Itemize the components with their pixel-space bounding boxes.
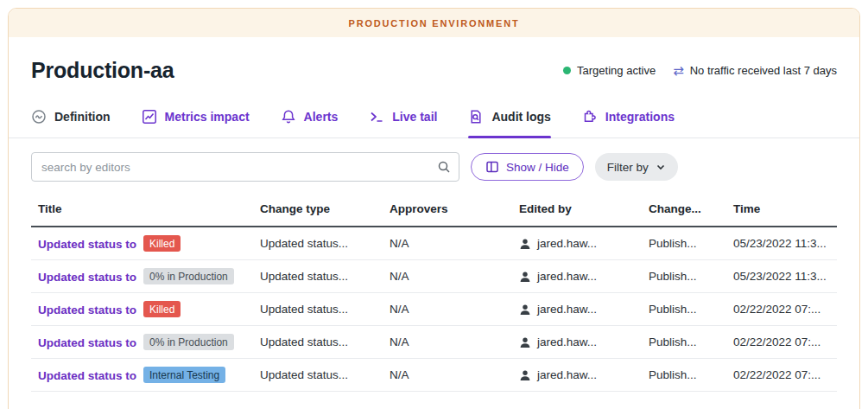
person-icon: [519, 238, 531, 250]
tab-label: Live tail: [392, 110, 437, 124]
row-title-link[interactable]: Updated status to: [38, 369, 136, 382]
audit-log-table-wrap: Title Change type Approvers Edited by Ch…: [9, 195, 859, 392]
show-hide-label: Show / Hide: [506, 161, 569, 174]
column-header-approvers: Approvers: [383, 195, 512, 227]
change-type-cell: Updated status...: [253, 260, 383, 293]
table-header-row: Title Change type Approvers Edited by Ch…: [31, 195, 837, 227]
approvers-cell: N/A: [383, 227, 512, 260]
chevron-down-icon: [656, 162, 666, 172]
filter-by-label: Filter by: [607, 161, 649, 174]
search-input[interactable]: [31, 152, 459, 182]
filter-by-button[interactable]: Filter by: [595, 153, 678, 181]
change-type-cell: Updated status...: [253, 293, 383, 326]
row-title-link[interactable]: Updated status to: [38, 336, 136, 349]
change-cell: Publish...: [642, 227, 726, 260]
edited-by-cell: jared.haw...: [519, 237, 635, 250]
person-icon: [519, 336, 531, 348]
status-indicators: Targeting active ⇄ No traffic received l…: [563, 64, 837, 77]
audit-log-table: Title Change type Approvers Edited by Ch…: [31, 195, 837, 392]
table-row[interactable]: Updated status to0% in Production Update…: [31, 326, 837, 359]
tab-audit-logs[interactable]: Audit logs: [468, 109, 550, 137]
edited-by-cell: jared.haw...: [519, 336, 635, 348]
status-badge: Killed: [143, 235, 181, 252]
edited-by-name: jared.haw...: [537, 270, 597, 283]
page-title: Production-aa: [31, 58, 174, 83]
metrics-impact-icon: [142, 109, 157, 125]
targeting-status-label: Targeting active: [577, 64, 656, 77]
traffic-status-label: No traffic received last 7 days: [690, 64, 837, 77]
audit-logs-icon: [468, 109, 484, 125]
environment-banner: PRODUCTION ENVIRONMENT: [9, 9, 859, 37]
approvers-cell: N/A: [383, 326, 512, 359]
column-header-time: Time: [726, 195, 837, 227]
environment-card: PRODUCTION ENVIRONMENT Production-aa Tar…: [8, 8, 860, 409]
approvers-cell: N/A: [383, 293, 512, 326]
time-cell: 02/22/2022 07:...: [726, 293, 837, 326]
tab-label: Integrations: [605, 110, 675, 124]
edited-by-cell: jared.haw...: [519, 270, 635, 283]
search-icon: [437, 160, 451, 177]
table-row[interactable]: Updated status toKilled Updated status..…: [31, 227, 837, 260]
change-cell: Publish...: [642, 326, 726, 359]
time-cell: 05/23/2022 11:3...: [726, 227, 837, 260]
terminal-icon: [369, 109, 384, 125]
green-dot-icon: [563, 67, 571, 74]
traffic-arrows-icon: ⇄: [673, 64, 684, 77]
time-cell: 05/23/2022 11:3...: [726, 260, 837, 293]
change-type-cell: Updated status...: [253, 326, 383, 359]
column-header-change-type: Change type: [253, 195, 383, 227]
table-row[interactable]: Updated status toKilled Updated status..…: [31, 293, 837, 326]
tab-metrics-impact[interactable]: Metrics impact: [142, 109, 250, 137]
page-header: Production-aa Targeting active ⇄ No traf…: [9, 37, 859, 83]
edited-by-name: jared.haw...: [537, 303, 597, 316]
status-badge: Internal Testing: [143, 367, 225, 383]
bell-icon: [281, 109, 296, 125]
column-header-change: Change...: [642, 195, 726, 227]
edited-by-cell: jared.haw...: [519, 303, 635, 316]
tab-bar: Definition Metrics impact Alerts Live ta…: [9, 109, 859, 138]
change-type-cell: Updated status...: [253, 227, 383, 260]
time-cell: 02/22/2022 07:...: [726, 326, 837, 359]
tab-label: Audit logs: [491, 110, 550, 124]
approvers-cell: N/A: [383, 260, 512, 293]
edited-by-cell: jared.haw...: [519, 368, 635, 381]
row-title-link[interactable]: Updated status to: [38, 238, 136, 251]
show-hide-button[interactable]: Show / Hide: [471, 153, 584, 181]
table-controls: Show / Hide Filter by: [9, 152, 859, 182]
edited-by-name: jared.haw...: [537, 368, 597, 381]
edited-by-name: jared.haw...: [537, 336, 597, 348]
tab-integrations[interactable]: Integrations: [582, 109, 675, 137]
tab-definition[interactable]: Definition: [31, 109, 111, 137]
change-cell: Publish...: [642, 260, 726, 293]
approvers-cell: N/A: [383, 359, 512, 392]
table-row[interactable]: Updated status to0% in Production Update…: [31, 260, 837, 293]
row-title-link[interactable]: Updated status to: [38, 304, 136, 316]
edited-by-name: jared.haw...: [537, 237, 597, 250]
puzzle-icon: [582, 109, 598, 125]
change-type-cell: Updated status...: [253, 359, 383, 392]
table-row[interactable]: Updated status toInternal Testing Update…: [31, 359, 837, 392]
status-badge: 0% in Production: [143, 268, 234, 284]
columns-icon: [485, 160, 499, 174]
person-icon: [519, 271, 531, 283]
tab-alerts[interactable]: Alerts: [281, 109, 339, 137]
definition-icon: [31, 109, 47, 125]
row-title-link[interactable]: Updated status to: [38, 271, 136, 284]
time-cell: 02/22/2022 07:...: [726, 359, 837, 392]
column-header-title: Title: [31, 195, 253, 227]
targeting-status: Targeting active: [563, 64, 656, 77]
search-box: [31, 152, 459, 182]
tab-live-tail[interactable]: Live tail: [369, 109, 437, 137]
traffic-status: ⇄ No traffic received last 7 days: [673, 64, 837, 77]
tab-label: Definition: [54, 110, 111, 124]
column-header-edited-by: Edited by: [512, 195, 642, 227]
person-icon: [519, 369, 531, 381]
tab-label: Alerts: [304, 110, 339, 124]
status-badge: Killed: [143, 301, 181, 317]
change-cell: Publish...: [642, 293, 726, 326]
person-icon: [519, 304, 531, 316]
status-badge: 0% in Production: [143, 334, 234, 350]
change-cell: Publish...: [642, 359, 726, 392]
tab-label: Metrics impact: [165, 110, 250, 124]
